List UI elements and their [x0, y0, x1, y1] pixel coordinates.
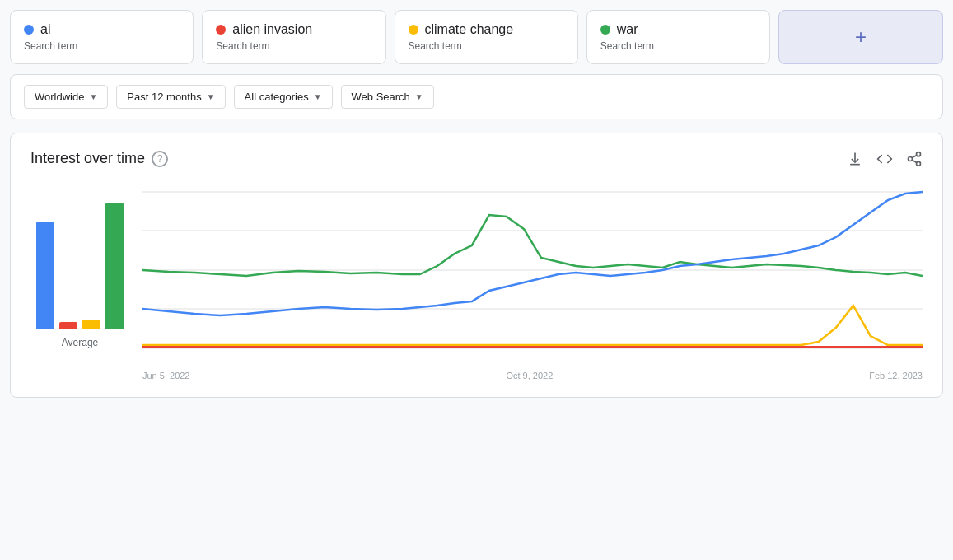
filter-region-label: Worldwide	[35, 91, 84, 103]
search-term-card-climate-change[interactable]: climate change Search term	[395, 10, 578, 64]
line-yellow	[142, 306, 923, 345]
search-term-card-war[interactable]: war Search term	[586, 10, 770, 64]
share-button[interactable]	[906, 151, 923, 167]
term-type-alien-invasion: Search term	[216, 40, 371, 52]
help-icon[interactable]: ?	[152, 151, 168, 167]
dot-war	[600, 25, 610, 35]
filter-region[interactable]: Worldwide ▼	[24, 85, 108, 109]
x-label-1: Jun 5, 2022	[142, 371, 190, 380]
svg-line-4	[912, 155, 917, 157]
avg-bar-climate-change	[82, 320, 100, 329]
chevron-down-icon: ▼	[415, 92, 423, 101]
chart-title: Interest over time	[30, 150, 145, 167]
svg-line-3	[912, 160, 917, 162]
chart-title-group: Interest over time ?	[30, 150, 168, 167]
x-label-3: Feb 12, 2023	[869, 371, 923, 380]
search-term-card-alien-invasion[interactable]: alien invasion Search term	[202, 10, 385, 64]
term-type-climate-change: Search term	[409, 40, 564, 52]
dot-alien-invasion	[216, 25, 226, 35]
chart-svg: 100 75 50 25	[142, 184, 923, 365]
chevron-down-icon: ▼	[207, 92, 215, 101]
svg-point-0	[917, 152, 921, 156]
filters-row: Worldwide ▼ Past 12 months ▼ All categor…	[10, 74, 943, 119]
avg-bar-alien-invasion	[59, 322, 77, 329]
term-name-alien-invasion: alien invasion	[232, 22, 312, 37]
chevron-down-icon: ▼	[314, 92, 322, 101]
chart-header: Interest over time ?	[30, 150, 923, 167]
chart-actions	[847, 151, 923, 167]
main-container: ai Search term alien invasion Search ter…	[0, 0, 953, 408]
avg-bar-war	[105, 203, 124, 329]
chevron-down-icon: ▼	[89, 92, 97, 101]
dot-climate-change	[409, 25, 418, 35]
search-term-card-ai[interactable]: ai Search term	[10, 10, 194, 64]
avg-section: Average	[30, 184, 129, 380]
term-name-war: war	[617, 22, 638, 37]
x-label-2: Oct 9, 2022	[506, 371, 553, 380]
term-type-ai: Search term	[24, 40, 180, 52]
line-green	[142, 215, 923, 276]
chart-body: Average 100 75 50 25	[30, 184, 923, 380]
search-terms-row: ai Search term alien invasion Search ter…	[10, 10, 943, 64]
term-name-climate-change: climate change	[425, 22, 514, 37]
x-axis-labels: Jun 5, 2022 Oct 9, 2022 Feb 12, 2023	[142, 367, 923, 380]
filter-category[interactable]: All categories ▼	[234, 85, 333, 109]
filter-period[interactable]: Past 12 months ▼	[116, 85, 225, 109]
avg-bar-ai	[36, 222, 54, 329]
line-chart-container: 100 75 50 25 Jun 5, 2022 Oct 9, 2022	[142, 184, 923, 380]
term-name-ai: ai	[40, 22, 50, 37]
add-term-card[interactable]: +	[778, 10, 943, 64]
avg-label: Average	[62, 337, 98, 348]
line-blue	[142, 192, 923, 315]
avg-bars	[36, 184, 124, 332]
add-term-icon: +	[855, 26, 867, 49]
filter-category-label: All categories	[245, 91, 309, 103]
chart-section: Interest over time ?	[10, 133, 943, 398]
term-type-war: Search term	[600, 40, 756, 52]
svg-point-1	[909, 156, 913, 161]
filter-period-label: Past 12 months	[127, 91, 201, 103]
filter-search-type[interactable]: Web Search ▼	[341, 85, 434, 109]
download-button[interactable]	[847, 151, 863, 167]
filter-search-type-label: Web Search	[352, 91, 410, 103]
dot-ai	[24, 25, 34, 35]
embed-button[interactable]	[876, 151, 893, 167]
svg-point-2	[917, 161, 921, 166]
